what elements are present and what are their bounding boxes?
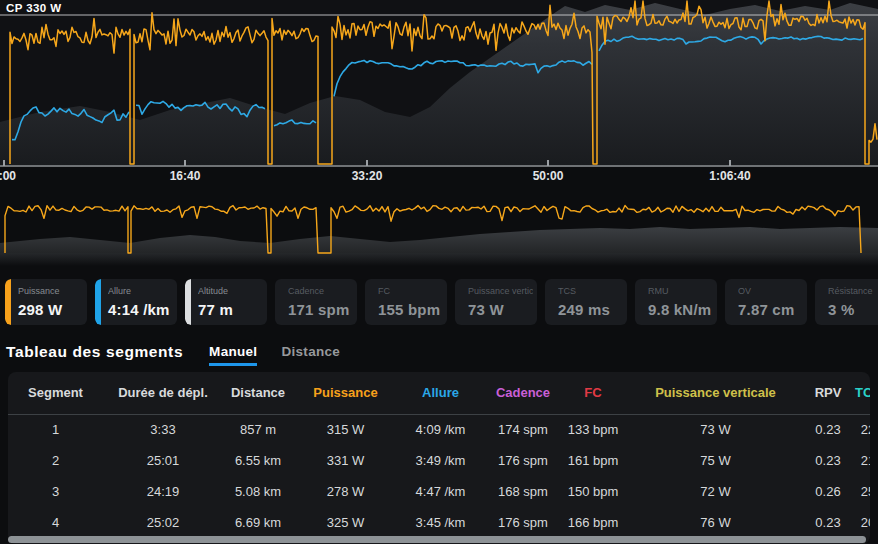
cell: 331 W xyxy=(293,445,398,476)
cell: 75 W xyxy=(623,445,808,476)
metric-card-ov[interactable]: OV7.87 cm xyxy=(725,279,807,325)
cell: 25:02 xyxy=(103,507,223,538)
cell: 4:09 /km xyxy=(398,414,483,445)
metric-label: Résistance xyxy=(828,286,878,296)
cell: 22 xyxy=(848,414,870,445)
cell: 2 xyxy=(8,445,103,476)
cell: 4 xyxy=(8,507,103,538)
segment-row-3[interactable]: 324:195.08 km278 W4:47 /km168 spm150 bpm… xyxy=(8,476,870,507)
metric-label: Cadence xyxy=(288,286,353,296)
cell: 150 bpm xyxy=(563,476,623,507)
cell: 857 m xyxy=(223,414,293,445)
column-header-puissance-verticale: Puissance verticale xyxy=(623,372,808,414)
metric-card-fc[interactable]: FC155 bpm xyxy=(365,279,447,325)
column-header-rpv: RPV xyxy=(808,372,848,414)
metric-card-r-sistance[interactable]: Résistance3 % xyxy=(815,279,878,325)
overview-chart-canvas[interactable] xyxy=(0,196,878,272)
cell: 21 xyxy=(848,445,870,476)
cell: 0.26 xyxy=(808,476,848,507)
cell: 3:45 /km xyxy=(398,507,483,538)
cp-threshold-label: CP 330 W xyxy=(6,2,61,14)
metric-label: RMU xyxy=(648,286,713,296)
metric-label: TCS xyxy=(558,286,623,296)
metric-value: 4:14 /km xyxy=(108,301,173,318)
cell: 133 bpm xyxy=(563,414,623,445)
cell: 3 xyxy=(8,476,103,507)
segment-row-1[interactable]: 13:33857 m315 W4:09 /km174 spm133 bpm73 … xyxy=(8,414,870,445)
metric-card-tcs[interactable]: TCS249 ms xyxy=(545,279,627,325)
segments-header: Tableau des segments ManuelDistance xyxy=(6,343,340,366)
cell: 6.55 km xyxy=(223,445,293,476)
time-axis-label: 16:40 xyxy=(170,169,201,183)
cell: 0.23 xyxy=(808,507,848,538)
metric-card-puissance-verticale[interactable]: Puissance verticale73 W xyxy=(455,279,537,325)
metric-value: 9.8 kN/m xyxy=(648,301,713,318)
column-header-allure: Allure xyxy=(398,372,483,414)
main-chart-canvas[interactable] xyxy=(0,0,878,167)
metric-label: Puissance xyxy=(18,286,83,296)
cell: 1 xyxy=(8,414,103,445)
metric-accent-bar xyxy=(95,279,101,325)
segment-row-4[interactable]: 425:026.69 km325 W3:45 /km176 spm166 bpm… xyxy=(8,507,870,538)
cell: 20 xyxy=(848,507,870,538)
segments-table-card: SegmentDurée de dépl.DistancePuissanceAl… xyxy=(8,372,870,544)
column-header-tcs: TCS xyxy=(848,372,870,414)
metric-value: 73 W xyxy=(468,301,533,318)
segment-row-2[interactable]: 225:016.55 km331 W3:49 /km176 spm161 bpm… xyxy=(8,445,870,476)
cell: 5.08 km xyxy=(223,476,293,507)
cell: 25 xyxy=(848,476,870,507)
cell: 315 W xyxy=(293,414,398,445)
cell: 176 spm xyxy=(483,445,563,476)
cell: 278 W xyxy=(293,476,398,507)
time-axis-label: 0:00 xyxy=(0,169,16,183)
metric-value: 3 % xyxy=(828,301,878,318)
time-axis-label: 1:06:40 xyxy=(709,169,750,183)
metric-label: Puissance verticale xyxy=(468,286,533,296)
metric-label: OV xyxy=(738,286,803,296)
metric-label: Altitude xyxy=(198,286,263,296)
metric-cards-row: Puissance298 WAllure4:14 /kmAltitude77 m… xyxy=(5,279,878,325)
cell: 73 W xyxy=(623,414,808,445)
cell: 0.23 xyxy=(808,414,848,445)
cell: 3:33 xyxy=(103,414,223,445)
metric-card-rmu[interactable]: RMU9.8 kN/m xyxy=(635,279,717,325)
table-header-row: SegmentDurée de dépl.DistancePuissanceAl… xyxy=(8,372,870,414)
column-header-distance: Distance xyxy=(223,372,293,414)
cell: 4:47 /km xyxy=(398,476,483,507)
cell: 3:49 /km xyxy=(398,445,483,476)
cell: 174 spm xyxy=(483,414,563,445)
metric-value: 249 ms xyxy=(558,301,623,318)
column-header-puissance: Puissance xyxy=(293,372,398,414)
segments-table: SegmentDurée de dépl.DistancePuissanceAl… xyxy=(8,372,870,538)
metric-label: Allure xyxy=(108,286,173,296)
metric-value: 7.87 cm xyxy=(738,301,803,318)
main-activity-chart[interactable]: CP 330 W xyxy=(0,0,878,167)
metric-card-allure[interactable]: Allure4:14 /km xyxy=(95,279,177,325)
time-axis: 0:0016:4033:2050:001:06:40 xyxy=(0,169,878,187)
table-horizontal-scrollbar[interactable] xyxy=(8,536,866,543)
metric-card-cadence[interactable]: Cadence171 spm xyxy=(275,279,357,325)
cell: 72 W xyxy=(623,476,808,507)
metric-label: FC xyxy=(378,286,443,296)
metric-card-puissance[interactable]: Puissance298 W xyxy=(5,279,87,325)
column-header-segment: Segment xyxy=(8,372,103,414)
segments-table-title: Tableau des segments xyxy=(6,343,183,361)
column-header-fc: FC xyxy=(563,372,623,414)
metric-value: 77 m xyxy=(198,301,263,318)
metric-value: 155 bpm xyxy=(378,301,443,318)
metric-card-altitude[interactable]: Altitude77 m xyxy=(185,279,267,325)
metric-value: 298 W xyxy=(18,301,83,318)
metric-accent-bar xyxy=(5,279,11,325)
tab-distance[interactable]: Distance xyxy=(281,344,340,366)
cell: 166 bpm xyxy=(563,507,623,538)
tab-manuel[interactable]: Manuel xyxy=(209,344,257,366)
cell: 161 bpm xyxy=(563,445,623,476)
overview-chart[interactable] xyxy=(0,196,878,272)
cell: 25:01 xyxy=(103,445,223,476)
segments-tabs: ManuelDistance xyxy=(209,343,340,366)
time-axis-label: 33:20 xyxy=(352,169,383,183)
cell: 6.69 km xyxy=(223,507,293,538)
time-axis-label: 50:00 xyxy=(533,169,564,183)
cell: 24:19 xyxy=(103,476,223,507)
column-header-cadence: Cadence xyxy=(483,372,563,414)
